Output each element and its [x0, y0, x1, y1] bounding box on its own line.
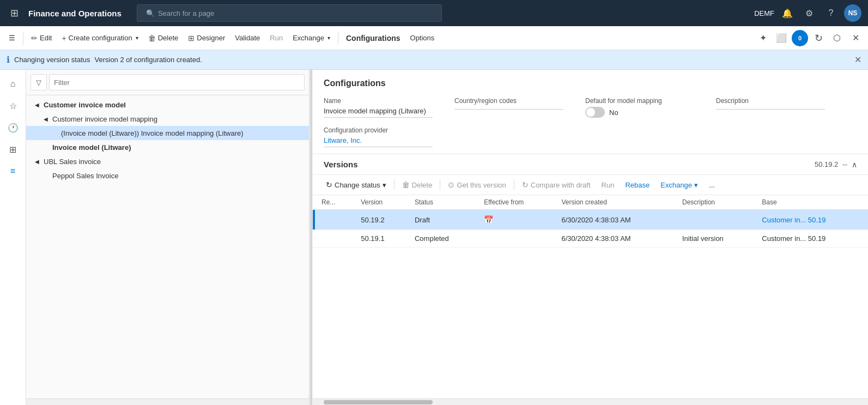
- notification-icon[interactable]: 🔔: [779, 4, 796, 22]
- provider-field-value[interactable]: Litware, Inc.: [324, 136, 433, 147]
- more-label: ...: [709, 181, 715, 189]
- configurations-button[interactable]: Configurations: [342, 32, 405, 45]
- vtool-delete-button[interactable]: 🗑 Delete: [398, 178, 437, 191]
- more-button[interactable]: ...: [705, 179, 719, 191]
- configurations-section-title: Configurations: [324, 78, 857, 88]
- toggle-row: No: [585, 107, 694, 118]
- vtool-sep-2: [440, 179, 440, 190]
- tree-filter-bar: ▽: [26, 70, 309, 95]
- get-version-button[interactable]: ⊙ Get this version: [444, 178, 510, 191]
- change-status-button[interactable]: ↻ Change status ▾: [321, 178, 391, 191]
- create-config-label: Create configuration: [69, 34, 132, 42]
- refresh-icon[interactable]: ↻: [810, 30, 827, 46]
- node-label-ubl-sales: UBL Sales invoice: [44, 158, 305, 166]
- user-avatar[interactable]: NS: [844, 4, 861, 22]
- toolbar-sep-2: [338, 32, 338, 45]
- cell-base-2: Customer in... 50.19: [755, 230, 868, 247]
- main-layout: ⌂ ☆ 🕐 ⊞ ≡ ▽ ◀ Customer invoice model ◀: [0, 70, 868, 405]
- versions-collapse-button[interactable]: ∧: [852, 160, 857, 169]
- filter-icon-button[interactable]: ▽: [31, 74, 47, 90]
- detach-icon[interactable]: ⬡: [829, 30, 845, 46]
- vtool-run-button[interactable]: Run: [597, 179, 619, 191]
- create-config-button[interactable]: + Create configuration: [57, 32, 142, 45]
- tree-bottom-scroll[interactable]: [26, 398, 309, 405]
- toggle-icon-invoice-model-litware-2: [41, 143, 50, 152]
- menu-toggle-button[interactable]: ☰: [4, 32, 20, 44]
- configurations-label: Configurations: [346, 34, 400, 43]
- panel-icon[interactable]: ⬜: [773, 30, 790, 46]
- base-link-1[interactable]: Customer in...: [762, 216, 806, 224]
- tree-node-row-invoice-model-litware-2[interactable]: Invoice model (Litware): [26, 140, 309, 154]
- toggle-icon-customer-invoice-model: ◀: [33, 100, 41, 109]
- edit-button[interactable]: ✏ Edit: [27, 32, 56, 45]
- default-mapping-label: Default for model mapping: [585, 97, 694, 105]
- exchange-button[interactable]: Exchange: [288, 32, 335, 44]
- sidebar-recent-icon[interactable]: 🕐: [3, 118, 23, 137]
- default-mapping-toggle[interactable]: [585, 107, 605, 118]
- compare-draft-button[interactable]: ↻ Compare with draft: [518, 178, 595, 191]
- close-toolbar-icon[interactable]: ✕: [847, 30, 864, 46]
- notification-detail: Version 2 of configuration created.: [94, 56, 202, 64]
- col-header-description[interactable]: Description: [676, 195, 755, 210]
- help-icon[interactable]: ?: [822, 4, 840, 22]
- tree-node-row-customer-invoice-model-mapping[interactable]: ◀ Customer invoice model mapping: [26, 112, 309, 126]
- tree-node-row-ubl-sales[interactable]: ◀ UBL Sales invoice: [26, 154, 309, 168]
- cell-effective-from-2: [477, 230, 555, 247]
- sidebar-workspaces-icon[interactable]: ⊞: [3, 140, 23, 159]
- search-bar[interactable]: 🔍 Search for a page: [137, 4, 442, 22]
- tree-content: ◀ Customer invoice model ◀ Customer invo…: [26, 95, 309, 398]
- horizontal-scrollbar-thumb[interactable]: [324, 400, 433, 404]
- toolbar-sep-1: [23, 32, 23, 45]
- change-status-chevron: ▾: [383, 181, 386, 189]
- info-icon: ℹ: [7, 55, 10, 65]
- options-button[interactable]: Options: [406, 32, 439, 44]
- name-field-value: Invoice model mapping (Litware): [324, 107, 433, 118]
- versions-section: Versions 50.19.2 -- ∧ ↻ Change status ▾ …: [313, 154, 868, 405]
- table-row[interactable]: 50.19.1 Completed 6/30/2020 4:38:03 AM I…: [313, 230, 868, 247]
- cell-version-created-1: 6/30/2020 4:38:03 AM: [555, 210, 676, 230]
- delete-label: Delete: [158, 34, 179, 42]
- delete-button[interactable]: 🗑 Delete: [144, 32, 183, 45]
- badge-icon[interactable]: 0: [792, 30, 808, 46]
- settings-icon[interactable]: ⚙: [800, 4, 818, 22]
- tree-node-customer-invoice-model: ◀ Customer invoice model ◀ Customer invo…: [26, 98, 309, 154]
- app-grid-icon[interactable]: ⊞: [7, 5, 22, 21]
- calendar-icon-1[interactable]: 📅: [484, 215, 493, 224]
- cell-description-1: [676, 210, 755, 230]
- col-header-base[interactable]: Base: [755, 195, 868, 210]
- col-header-re[interactable]: Re...: [315, 195, 354, 210]
- sidebar-list-icon[interactable]: ≡: [3, 161, 23, 181]
- designer-icon: ⊞: [188, 34, 195, 43]
- rebase-button[interactable]: Rebase: [621, 179, 654, 191]
- edit-icon: ✏: [31, 34, 38, 43]
- col-header-effective-from[interactable]: Effective from: [477, 195, 555, 210]
- vtool-exchange-button[interactable]: Exchange ▾: [656, 179, 702, 191]
- filter-input[interactable]: [49, 74, 305, 90]
- field-provider: Configuration provider Litware, Inc.: [324, 126, 433, 147]
- table-row[interactable]: 50.19.2 Draft 📅 6/30/2020 4:38:03 AM Cus…: [313, 210, 868, 230]
- designer-button[interactable]: ⊞ Designer: [184, 32, 229, 45]
- toggle-icon-peppol: [41, 171, 50, 180]
- app-title: Finance and Operations: [28, 9, 122, 18]
- toggle-icon-mapping: ◀: [41, 114, 50, 123]
- sidebar-home-icon[interactable]: ⌂: [3, 74, 23, 94]
- detail-bottom-scroll[interactable]: [313, 398, 868, 405]
- sidebar-favorites-icon[interactable]: ☆: [3, 96, 23, 116]
- node-label-customer-invoice-model-mapping: Customer invoice model mapping: [52, 115, 305, 123]
- description-field-label: Description: [716, 97, 825, 105]
- tree-node-row-customer-invoice-model[interactable]: ◀ Customer invoice model: [26, 98, 309, 112]
- col-header-version-created[interactable]: Version created: [555, 195, 676, 210]
- col-header-status[interactable]: Status: [408, 195, 477, 210]
- tree-node-row-invoice-model-litware[interactable]: (Invoice model (Litware)) Invoice model …: [26, 126, 309, 140]
- personalize-icon[interactable]: ✦: [755, 30, 771, 46]
- base-version-1[interactable]: 50.19: [808, 216, 826, 224]
- run-button[interactable]: Run: [265, 32, 287, 44]
- validate-label: Validate: [235, 34, 260, 42]
- cell-version-2: 50.19.1: [354, 230, 408, 247]
- change-status-icon: ↻: [326, 180, 332, 189]
- notification-close-button[interactable]: ✕: [854, 55, 861, 65]
- col-header-version[interactable]: Version: [354, 195, 408, 210]
- validate-button[interactable]: Validate: [230, 32, 264, 44]
- tree-node-row-peppol[interactable]: Peppol Sales Invoice: [26, 168, 309, 183]
- versions-meta: 50.19.2 -- ∧: [815, 160, 857, 169]
